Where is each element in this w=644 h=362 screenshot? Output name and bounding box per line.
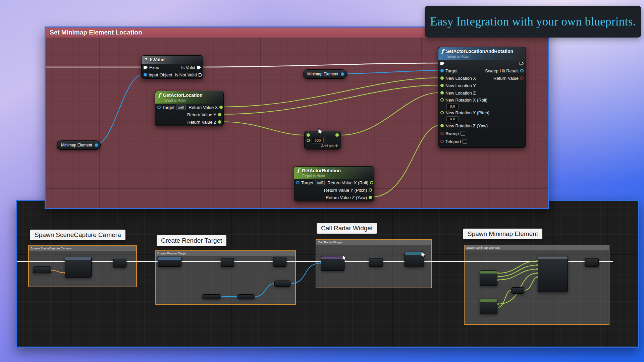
pin-input-object[interactable]: Input Object xyxy=(144,72,172,77)
pin-sweep-hit-result[interactable]: Sweep Hit Result xyxy=(485,68,524,73)
object-pin-icon[interactable] xyxy=(440,69,444,72)
teleport-checkbox[interactable] xyxy=(463,139,467,144)
comment-header[interactable]: Call Radar Widget xyxy=(316,240,431,245)
pin-exec-in[interactable] xyxy=(440,62,444,65)
pin-new-location-x[interactable]: New Location X xyxy=(440,76,476,81)
mini-node[interactable] xyxy=(538,256,568,292)
value-field[interactable]: 0.0 xyxy=(446,116,459,122)
float-pin-icon[interactable] xyxy=(440,111,444,114)
exec-pin-icon[interactable] xyxy=(144,66,148,69)
exec-pin-icon[interactable] xyxy=(440,62,444,65)
float-pin-icon[interactable] xyxy=(440,124,444,127)
variable-minimap-element[interactable]: Minimap Element xyxy=(303,69,347,79)
pin-return-yaw[interactable]: Return Value Z (Yaw) xyxy=(326,195,372,200)
pin-row: Return Value Y (Pitch) xyxy=(294,186,374,194)
bool-pin-icon[interactable] xyxy=(440,132,444,135)
object-pin-icon[interactable] xyxy=(157,106,161,109)
float-pin-icon[interactable] xyxy=(219,106,223,109)
bool-pin-icon[interactable] xyxy=(440,140,444,143)
pin-multiply-out[interactable] xyxy=(335,133,339,137)
comment-header[interactable]: Spawn SceneCapture Camera xyxy=(29,246,136,251)
exec-pin-icon[interactable] xyxy=(199,73,203,77)
wire-minimap-isvalid xyxy=(95,74,143,145)
node-is-valid[interactable]: ? IsValid Exec Is Valid Input Object xyxy=(141,55,203,79)
bool-pin-icon[interactable] xyxy=(520,76,524,80)
pin-new-location-z[interactable]: New Location Z xyxy=(440,90,476,96)
variable-minimap-element[interactable]: Minimap Element xyxy=(57,140,101,150)
pin-new-rotation-y[interactable]: New Rotation Y (Pitch) xyxy=(438,109,526,116)
mini-node-header xyxy=(538,256,568,259)
sweep-checkbox[interactable] xyxy=(461,131,465,136)
pin-label: Return Value Y xyxy=(187,112,216,117)
pin-exec-in[interactable]: Exec xyxy=(144,65,159,70)
pin-return-pitch[interactable]: Return Value Y (Pitch) xyxy=(324,188,372,193)
float-pin-icon[interactable] xyxy=(370,181,373,184)
float-pin-icon[interactable] xyxy=(307,133,310,137)
pin-return-z[interactable]: Return Value Z xyxy=(187,120,221,125)
pin-is-valid-out[interactable]: Is Valid xyxy=(181,65,201,70)
object-pin-icon[interactable] xyxy=(341,72,344,76)
mini-variable-pill[interactable] xyxy=(202,294,221,299)
float-pin-icon[interactable] xyxy=(369,188,372,192)
pin-return-y[interactable]: Return Value Y xyxy=(187,112,221,117)
pin-exec-out[interactable] xyxy=(520,62,524,65)
node-get-actor-rotation[interactable]: ƒ GetActorRotation Target is Actor Targe… xyxy=(294,166,374,201)
node-get-actor-location[interactable]: ƒ GetActorLocation Target is Actor Targe… xyxy=(155,91,224,126)
float-pin-icon[interactable] xyxy=(440,84,444,87)
float-pin-icon[interactable] xyxy=(335,133,339,137)
exec-pin-icon[interactable] xyxy=(197,66,201,69)
self-chip[interactable]: self xyxy=(315,180,325,185)
mini-node[interactable] xyxy=(158,257,181,267)
mini-node[interactable] xyxy=(274,281,290,287)
pin-sweep[interactable]: Sweep xyxy=(440,131,465,136)
value-field[interactable]: 0.0 xyxy=(446,104,459,109)
object-pin-icon[interactable] xyxy=(95,143,98,147)
pin-multiply-a[interactable] xyxy=(307,133,310,137)
mini-node[interactable] xyxy=(321,256,344,271)
pin-row: Return Value Y xyxy=(155,111,223,118)
mini-node[interactable] xyxy=(369,258,383,267)
pin-teleport[interactable]: Teleport xyxy=(440,139,467,144)
mini-variable-pill[interactable] xyxy=(237,294,255,299)
pin-return-x[interactable]: Return Value X xyxy=(189,105,223,110)
comment-header[interactable]: Create Render Target xyxy=(156,251,295,256)
float-pin-icon[interactable] xyxy=(440,91,444,95)
float-pin-icon[interactable] xyxy=(440,98,444,102)
pin-target[interactable]: Target self xyxy=(296,180,325,185)
mini-node[interactable] xyxy=(65,257,92,278)
float-pin-icon[interactable] xyxy=(440,76,444,80)
mini-node[interactable] xyxy=(221,258,234,267)
mini-node[interactable] xyxy=(480,299,497,314)
blueprint-graph-bottom[interactable]: Spawn SceneCapture Camera Create Render … xyxy=(16,200,639,348)
wire-yaw-newrotz xyxy=(371,125,440,197)
float-pin-icon[interactable] xyxy=(218,120,221,124)
pin-return-value[interactable]: Return Value xyxy=(493,76,524,81)
node-set-actor-location-and-rotation[interactable]: ƒ SetActorLocationAndRotation Target is … xyxy=(438,47,526,148)
pin-target[interactable]: Target xyxy=(440,68,458,73)
mini-node[interactable] xyxy=(33,266,51,273)
desktop-background: Easy Integration with your own blueprint… xyxy=(0,0,644,362)
object-pin-icon[interactable] xyxy=(296,181,300,184)
object-pin-icon[interactable] xyxy=(144,73,147,76)
rotation-y-field-row: 0.0 xyxy=(438,116,526,122)
pin-new-rotation-z[interactable]: New Rotation Z (Yaw) xyxy=(440,123,488,128)
pin-target[interactable]: Target self xyxy=(157,105,186,110)
pin-is-not-valid-out[interactable]: Is Not Valid xyxy=(175,72,203,77)
mini-node[interactable] xyxy=(585,258,599,267)
self-chip[interactable]: self xyxy=(176,105,186,110)
blueprint-graph-top[interactable]: Set Minimap Element Location ? IsValid E… xyxy=(45,26,549,209)
float-pin-icon[interactable] xyxy=(307,139,310,142)
mini-node[interactable] xyxy=(113,259,126,267)
float-pin-icon[interactable] xyxy=(218,113,221,116)
pin-new-location-y[interactable]: New Location Y xyxy=(440,83,476,88)
pin-label: Target xyxy=(162,105,174,110)
mini-node[interactable] xyxy=(512,287,524,294)
comment-header[interactable]: Spawn Minimap Element xyxy=(465,245,609,250)
exec-pin-icon[interactable] xyxy=(520,62,524,65)
mini-node[interactable] xyxy=(273,257,286,267)
pin-new-rotation-x[interactable]: New Rotation X (Roll) xyxy=(438,97,526,103)
struct-pin-icon[interactable] xyxy=(520,69,524,72)
float-pin-icon[interactable] xyxy=(369,196,372,199)
mini-node[interactable] xyxy=(480,270,497,286)
pin-return-roll[interactable]: Return Value X (Roll) xyxy=(327,180,373,185)
